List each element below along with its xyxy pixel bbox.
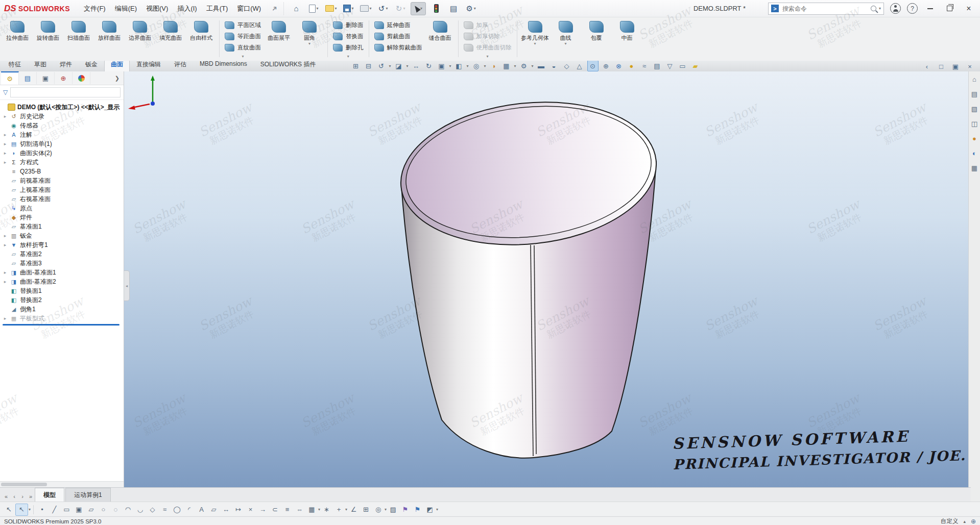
tree-filter-input[interactable] bbox=[10, 87, 121, 97]
dropdown-arrow-icon[interactable]: ▾ bbox=[330, 54, 366, 59]
trim-surface-button[interactable]: 剪裁曲面 bbox=[372, 32, 425, 41]
corner-rectangle-icon[interactable]: ▭ bbox=[61, 504, 73, 515]
cartoon-view-icon[interactable]: △ bbox=[575, 61, 585, 71]
sketch-picture-icon[interactable]: ▨ bbox=[387, 504, 399, 515]
dropdown-arrow-icon[interactable]: ▾ bbox=[345, 507, 347, 512]
tree-item-7[interactable]: ▱前视基准面 bbox=[2, 176, 124, 185]
customize-arrow-icon[interactable]: ▴ bbox=[963, 519, 966, 524]
scrollbar-thumb[interactable] bbox=[1, 483, 47, 486]
dropdown-arrow-icon[interactable]: ▾ bbox=[386, 6, 388, 11]
rotate-view-icon[interactable]: ↻ bbox=[423, 61, 434, 71]
trim-entities-icon[interactable]: × bbox=[245, 504, 256, 515]
tangent-arc-icon[interactable]: ◡ bbox=[134, 504, 146, 515]
horizontal-dimension-icon[interactable]: ↦ bbox=[232, 504, 244, 515]
zoom-area-icon[interactable]: ⊟ bbox=[363, 61, 373, 71]
dropdown-arrow-icon[interactable]: ▾ bbox=[222, 54, 264, 59]
help-icon[interactable]: ? bbox=[907, 3, 918, 14]
filled-surface-button[interactable]: 填充曲面 bbox=[155, 18, 186, 60]
displaymanager-tab-tab[interactable] bbox=[73, 72, 90, 84]
design-library-icon[interactable]: ▤ bbox=[970, 89, 979, 98]
swept-surface-button[interactable]: 扫描曲面 bbox=[63, 18, 94, 60]
tree-item-21[interactable]: ◢倒角1 bbox=[2, 305, 124, 314]
display-relations-icon[interactable]: ∠ bbox=[348, 504, 360, 515]
tab-scroll-icon-3[interactable]: » bbox=[27, 493, 35, 502]
panel-horizontal-scrollbar[interactable] bbox=[0, 481, 124, 487]
screen-capture-icon[interactable]: ▭ bbox=[678, 61, 688, 71]
tree-item-5[interactable]: ▸Σ方程式 bbox=[2, 158, 124, 167]
instant3d-flag-icon[interactable]: ⚑ bbox=[412, 504, 423, 515]
edit-sketch-icon[interactable]: ▰ bbox=[690, 61, 701, 71]
convert-entities-icon[interactable]: ⊂ bbox=[269, 504, 281, 515]
previous-view-icon[interactable]: ↺ bbox=[376, 61, 386, 71]
pin-menu-icon[interactable]: ➔ bbox=[270, 4, 279, 13]
thickened-cut-button[interactable]: 加厚切除 bbox=[461, 32, 514, 41]
freeform-button[interactable]: 自由样式 bbox=[186, 18, 217, 60]
reference-geometry-button[interactable]: 参考几何体▾ bbox=[520, 18, 551, 60]
menu-item-4[interactable]: 工具(T) bbox=[202, 2, 233, 15]
sketch-text-icon[interactable]: A bbox=[196, 504, 207, 515]
offset-surface-button[interactable]: 等距曲面 bbox=[222, 32, 264, 41]
user-account-icon[interactable] bbox=[890, 3, 901, 14]
cut-with-surface-button[interactable]: 使用曲面切除 bbox=[461, 43, 514, 53]
appearance-ball-icon[interactable]: ● bbox=[627, 61, 637, 71]
thicken-button[interactable]: 加厚 bbox=[461, 20, 514, 30]
file-properties-button[interactable]: ▤ bbox=[446, 3, 461, 15]
expand-arrow-icon[interactable]: ▸ bbox=[3, 141, 8, 146]
tree-item-19[interactable]: ◧替换面1 bbox=[2, 286, 124, 295]
expand-arrow-icon[interactable]: ▸ bbox=[3, 160, 8, 165]
tree-item-18[interactable]: ▸◨曲面-基准面2 bbox=[2, 277, 124, 286]
view-orientation-icon[interactable]: ▣ bbox=[436, 61, 446, 71]
expand-arrow-icon[interactable]: ▸ bbox=[3, 114, 8, 119]
expand-arrow-icon[interactable]: ▸ bbox=[3, 270, 8, 275]
tree-item-8[interactable]: ▱上视基准面 bbox=[2, 185, 124, 194]
tree-item-14[interactable]: ▸▼放样折弯1 bbox=[2, 240, 124, 249]
shaded-contours-icon[interactable]: ◩ bbox=[424, 504, 436, 515]
expand-arrow-icon[interactable]: ▸ bbox=[3, 279, 8, 284]
units-globe-icon[interactable]: ⊕ bbox=[971, 518, 976, 525]
menu-item-5[interactable]: 窗口(W) bbox=[232, 2, 266, 15]
tree-item-16[interactable]: ▱基准面3 bbox=[2, 259, 124, 268]
curvature-icon[interactable]: ≈ bbox=[639, 61, 650, 71]
dropdown-arrow-icon[interactable]: ▾ bbox=[449, 64, 451, 68]
menu-item-3[interactable]: 插入(I) bbox=[173, 2, 201, 15]
dropdown-arrow-icon[interactable]: ▾ bbox=[352, 6, 354, 11]
tree-item-15[interactable]: ▱基准面2 bbox=[2, 249, 124, 259]
display-style-icon[interactable]: ◧ bbox=[453, 61, 464, 71]
rollback-bar[interactable] bbox=[3, 324, 119, 326]
expand-arrow-icon[interactable]: ▸ bbox=[3, 242, 8, 247]
pane-layout-icon[interactable]: □ bbox=[936, 61, 946, 71]
appearances-icon[interactable]: ● bbox=[970, 134, 979, 143]
smart-dimension-icon[interactable]: ↔ bbox=[220, 504, 232, 515]
dropdown-arrow-icon[interactable]: ▾ bbox=[466, 64, 468, 68]
section-view-icon[interactable]: ◪ bbox=[393, 61, 403, 71]
dimxpertmanager-tab-tab[interactable]: ⊕ bbox=[55, 72, 73, 84]
instant2d-flag-icon[interactable]: ⚑ bbox=[399, 504, 411, 515]
file-explorer-icon[interactable]: ▧ bbox=[970, 104, 979, 113]
lofted-surface-button[interactable]: 放样曲面 bbox=[94, 18, 125, 60]
replace-face-button[interactable]: 替换面 bbox=[330, 32, 366, 41]
isolate-icon[interactable]: ⊙ bbox=[587, 60, 599, 71]
zebra-stripes-icon[interactable]: ▤ bbox=[652, 61, 662, 71]
expand-arrow-icon[interactable]: ▸ bbox=[3, 233, 8, 238]
knit-surface-button[interactable]: 缝合曲面 bbox=[425, 18, 456, 60]
tree-item-9[interactable]: ▱右视基准面 bbox=[2, 194, 124, 204]
extruded-surface-button[interactable]: 拉伸曲面 bbox=[2, 18, 33, 60]
configurationmanager-tab-tab[interactable]: ▣ bbox=[37, 72, 55, 84]
circular-pattern-icon[interactable]: ∗ bbox=[321, 504, 332, 515]
menu-item-2[interactable]: 视图(V) bbox=[141, 2, 173, 15]
fillet-button[interactable]: 圆角▾ bbox=[294, 18, 325, 60]
midsurface-button[interactable]: 中面 bbox=[612, 18, 642, 60]
tree-item-20[interactable]: ◧替换面2 bbox=[2, 295, 124, 305]
open-file-button[interactable]: ▾ bbox=[324, 3, 338, 15]
dropdown-arrow-icon[interactable]: ▾ bbox=[474, 6, 476, 11]
restore-button[interactable] bbox=[942, 3, 957, 15]
dropdown-arrow-icon[interactable]: ▾ bbox=[514, 64, 516, 68]
tree-item-3[interactable]: ▸▤切割清单(1) bbox=[2, 139, 124, 148]
circle-tool-icon[interactable]: ○ bbox=[98, 504, 109, 515]
parallelogram-icon[interactable]: ▱ bbox=[85, 504, 97, 515]
tree-item-1[interactable]: ◉传感器 bbox=[2, 121, 124, 130]
close-button[interactable]: × bbox=[962, 3, 976, 15]
extend-entities-icon[interactable]: → bbox=[257, 504, 269, 515]
center-rectangle-icon[interactable]: ▣ bbox=[73, 504, 85, 515]
dropdown-arrow-icon[interactable]: ▾ bbox=[335, 6, 337, 11]
